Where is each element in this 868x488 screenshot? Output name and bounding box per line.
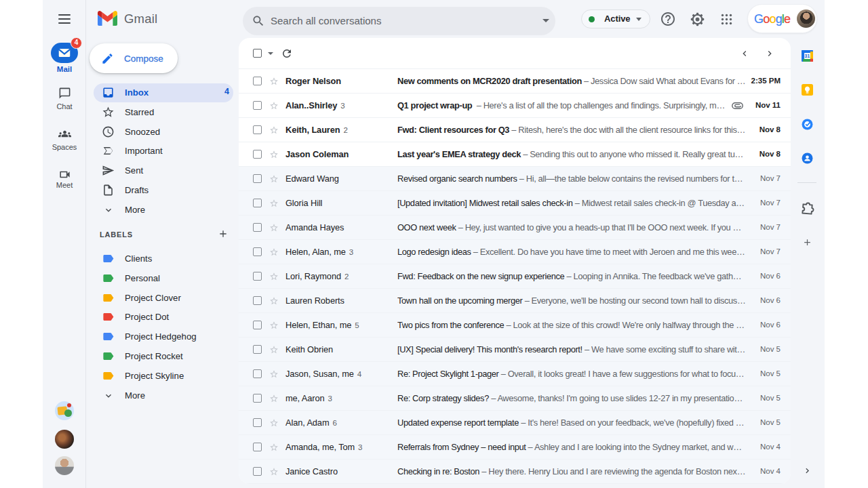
svg-text:31: 31 <box>804 53 810 59</box>
